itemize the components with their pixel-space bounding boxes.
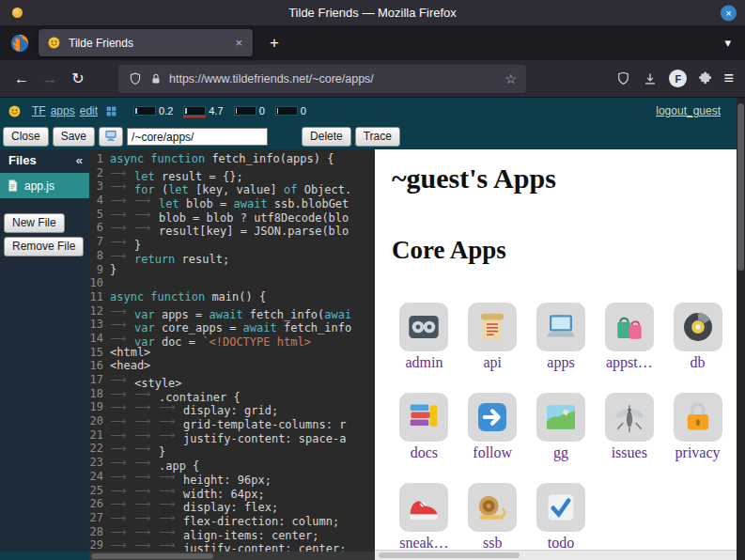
cd-icon	[674, 303, 722, 351]
files-title: Files	[8, 153, 37, 167]
editor-toolbar: Close Save Delete Trace	[0, 124, 745, 149]
sneaker-icon	[399, 483, 448, 532]
path-input[interactable]	[127, 128, 268, 146]
laptop-icon	[536, 303, 585, 351]
app-label: privacy	[675, 444, 721, 461]
trace-button[interactable]: Trace	[355, 127, 400, 147]
tildefriends-logo-icon	[8, 104, 22, 118]
code-line: 4⟶⟶let blob = await ssb.blobGet	[89, 194, 375, 208]
reload-button[interactable]: ↻	[64, 66, 92, 92]
app-follow[interactable]: follow	[462, 383, 522, 470]
remove-file-button[interactable]: Remove File	[4, 237, 84, 257]
list-tabs-chevron-icon[interactable]: ▾	[724, 36, 731, 50]
files-header: Files «	[0, 149, 89, 169]
app-issues[interactable]: issues	[599, 383, 660, 470]
vertical-scrollbar-thumb[interactable]	[737, 103, 744, 271]
app-admin[interactable]: admin	[394, 293, 454, 380]
knobs-icon	[399, 303, 448, 351]
back-button[interactable]: ←	[8, 66, 36, 92]
new-tab-button[interactable]: +	[266, 34, 283, 53]
section-title: Core Apps	[392, 236, 737, 265]
app-icon-button[interactable]	[99, 127, 123, 147]
code-line: 5⟶⟶blob = blob ? utf8Decode(blo	[89, 208, 375, 222]
site-header: TFappsedit 0.24.700 logout_guest	[0, 98, 745, 124]
code-line: 10	[89, 276, 375, 290]
app-appst[interactable]: appst…	[599, 293, 660, 380]
toolbar-icons: F ≡	[615, 69, 734, 88]
permissions-shield-icon[interactable]	[615, 70, 631, 86]
logout-link[interactable]: logout_guest	[656, 104, 721, 117]
app-label: follow	[473, 444, 512, 461]
bookmark-star-icon[interactable]: ☆	[504, 71, 517, 86]
new-file-button[interactable]: New File	[4, 213, 65, 233]
site-links: TFappsedit	[27, 104, 98, 117]
url-bar[interactable]: https://www.tildefriends.net/~core/apps/…	[118, 65, 526, 93]
resource-meter: 0	[234, 105, 265, 117]
file-item-appjs[interactable]: app.js	[0, 173, 89, 198]
app-docs[interactable]: docs	[394, 383, 454, 470]
tracking-shield-icon[interactable]	[128, 71, 143, 86]
lock-icon	[674, 393, 722, 442]
books-icon	[399, 393, 448, 442]
snail-icon	[468, 483, 517, 532]
content-horizontal-scrollbar[interactable]	[375, 550, 745, 560]
code-editor[interactable]: 1async function fetch_info(apps) {2⟶let …	[89, 149, 375, 560]
code-line: 13⟶var core_apps = await fetch_info	[89, 318, 375, 332]
downloads-icon[interactable]	[642, 70, 659, 87]
app-label: gg	[553, 444, 568, 461]
mosquito-icon	[605, 393, 654, 442]
padlock-icon[interactable]	[149, 72, 163, 86]
code-line: 24⟶⟶⟶height: 96px;	[89, 470, 375, 484]
shopping-bags-icon	[605, 303, 654, 351]
app-label: admin	[405, 354, 442, 371]
resource-meter: 0	[275, 105, 306, 117]
app-gg[interactable]: gg	[531, 383, 591, 470]
delete-button[interactable]: Delete	[302, 127, 351, 147]
save-button[interactable]: Save	[53, 127, 95, 147]
code-line: 3⟶for (let [key, value] of Object.	[89, 179, 375, 194]
editor-horizontal-scrollbar[interactable]	[89, 552, 375, 560]
page-content: TFappsedit 0.24.700 logout_guest Close S…	[0, 98, 745, 560]
window-titlebar: Tilde Friends — Mozilla Firefox ×	[0, 0, 745, 25]
forward-button[interactable]: →	[36, 66, 64, 92]
site-link-TF[interactable]: TF	[32, 104, 46, 117]
site-link-apps[interactable]: apps	[51, 104, 75, 117]
page-body: Files « app.js New File Remove File 1asy…	[0, 149, 745, 560]
file-name: app.js	[24, 179, 54, 193]
window-title: Tilde Friends — Mozilla Firefox	[0, 6, 745, 20]
app-privacy[interactable]: privacy	[668, 383, 728, 470]
close-button[interactable]: Close	[3, 127, 49, 147]
url-text: https://www.tildefriends.net/~core/apps/	[169, 72, 498, 86]
hamburger-menu-icon[interactable]: ≡	[723, 69, 734, 88]
apps-panel: ~guest's Apps Core Apps adminapiappsapps…	[375, 149, 745, 560]
editor-scrollbar-thumb[interactable]	[91, 553, 213, 559]
code-line: 17⟶<style>	[89, 373, 375, 387]
firefox-logo-icon	[9, 33, 30, 54]
code-line: 19⟶⟶⟶display: grid;	[89, 400, 375, 414]
extensions-puzzle-icon[interactable]	[697, 70, 713, 86]
code-line: 2⟶let result = {};	[89, 166, 375, 180]
content-scrollbar-thumb[interactable]	[379, 552, 520, 558]
code-line: 1async function fetch_info(apps) {	[89, 152, 375, 166]
apps-grid: adminapiappsappst…dbdocsfollowggissuespr…	[390, 293, 737, 560]
browser-tab[interactable]: Tilde Friends ×	[39, 29, 253, 56]
account-avatar[interactable]: F	[669, 70, 687, 87]
code-line: 18⟶⟶.container {	[89, 387, 375, 401]
collapse-sidebar-icon[interactable]: «	[76, 153, 83, 167]
site-favicon-icon	[47, 36, 61, 50]
app-apps[interactable]: apps	[531, 293, 591, 380]
app-db[interactable]: db	[668, 293, 728, 380]
apps-grid-icon[interactable]	[105, 105, 117, 117]
map-icon	[536, 393, 585, 442]
site-link-edit[interactable]: edit	[80, 104, 98, 117]
window-close-button[interactable]: ×	[721, 5, 737, 21]
resource-meter: 4.7	[183, 105, 223, 117]
app-api[interactable]: api	[462, 293, 522, 380]
app-sneak[interactable]: sneak…	[394, 474, 454, 560]
app-ssb[interactable]: ssb	[462, 474, 522, 560]
code-line: 6⟶⟶result[key] = JSON.parse(blo	[89, 221, 375, 235]
app-todo[interactable]: todo	[531, 474, 591, 560]
browser-window: Tilde Friends — Mozilla Firefox × Tilde …	[0, 0, 745, 560]
vertical-scrollbar[interactable]	[737, 98, 745, 560]
tab-close-icon[interactable]: ×	[233, 36, 244, 50]
